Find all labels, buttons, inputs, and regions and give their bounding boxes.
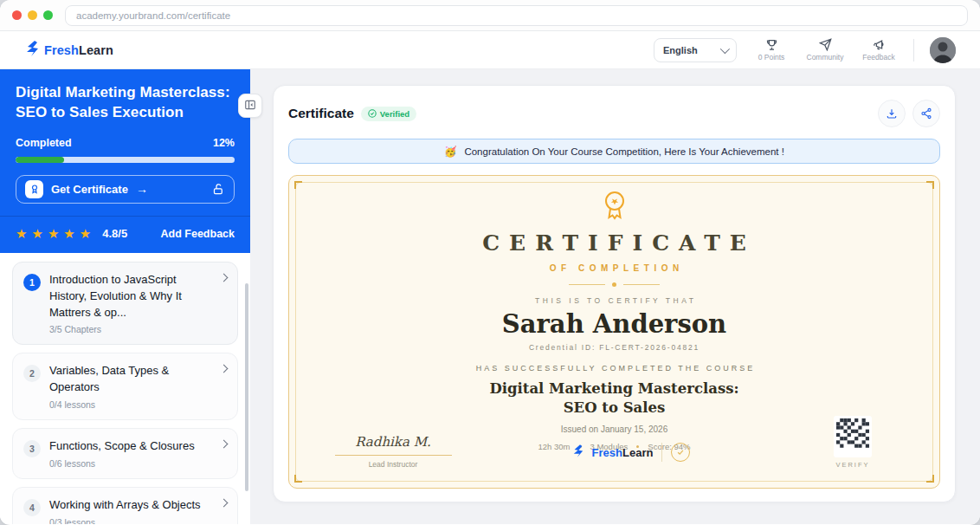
certificate-card-header: Certificate Verified	[288, 100, 940, 127]
signature-name: Radhika M.	[324, 434, 462, 450]
qr-code	[834, 416, 872, 457]
brand-name: FreshLearn	[44, 43, 113, 57]
certificate-card: Certificate Verified	[273, 85, 956, 502]
brand-bolt-icon	[26, 41, 39, 60]
credential-id: Credential ID: FL-CERT-2026-04821	[324, 343, 905, 352]
get-certificate-button[interactable]: Get Certificate →	[16, 175, 235, 204]
points-label: 0 Points	[758, 53, 785, 62]
points-button[interactable]: 0 Points	[752, 38, 790, 62]
rating-value: 4.8/5	[102, 227, 127, 240]
completed-course-line: HAS SUCCESSFULLY COMPLETED THE COURSE	[324, 364, 905, 373]
chevron-right-icon	[220, 498, 229, 507]
page-content: Digital Marketing Masterclass: SEO to Sa…	[0, 69, 980, 524]
main-panel: Certificate Verified	[250, 69, 980, 524]
chevron-right-icon	[220, 440, 229, 449]
close-window-icon[interactable]	[12, 10, 22, 20]
share-button[interactable]	[912, 100, 940, 127]
corner-ornament	[926, 475, 934, 483]
feedback-label: Feedback	[862, 53, 894, 62]
language-value: English	[663, 45, 698, 55]
certificate-subheading: OF COMPLETION	[324, 263, 905, 273]
module-meta: 3/5 Chapters	[49, 324, 211, 334]
certificate-heading: CERTIFICATE	[324, 230, 905, 256]
megaphone-icon	[873, 38, 886, 51]
recipient-name: Sarah Anderson	[324, 309, 905, 339]
browser-window: academy.yourbrand.com/certificate FreshL…	[0, 0, 980, 525]
qr-verify-block: VERIFY	[801, 416, 905, 469]
course-name: Digital Marketing Masterclass: SEO to Sa…	[324, 379, 905, 418]
module-title: Variables, Data Types & Operators	[49, 363, 211, 396]
module-number: 1	[23, 274, 41, 291]
header-divider	[913, 39, 914, 62]
maximize-window-icon[interactable]	[43, 10, 53, 20]
completed-percent: 12%	[213, 137, 235, 149]
certificate-badge-icon	[25, 180, 43, 198]
language-select[interactable]: English	[654, 38, 737, 62]
chevron-right-icon	[220, 273, 229, 282]
corner-ornament	[294, 181, 302, 189]
corner-ornament	[294, 475, 302, 483]
signature-role: Lead Instructor	[324, 460, 462, 469]
progress-bar	[16, 157, 235, 163]
feedback-button[interactable]: Feedback	[860, 38, 898, 62]
download-button[interactable]	[878, 100, 906, 127]
trophy-icon	[765, 38, 778, 51]
window-controls	[12, 10, 53, 20]
url-text: academy.yourbrand.com/certificate	[76, 10, 230, 21]
star-rating-icons: ★★★★★	[16, 226, 95, 242]
module-number: 4	[23, 499, 41, 516]
brand-bolt-icon	[573, 444, 583, 461]
module-meta: 0/4 lessons	[49, 399, 211, 410]
certificate-title: Certificate	[288, 106, 354, 121]
address-bar[interactable]: academy.yourbrand.com/certificate	[65, 5, 968, 26]
sidebar-course-panel: Digital Marketing Masterclass: SEO to Sa…	[0, 69, 250, 253]
course-title: Digital Marketing Masterclass: SEO to Sa…	[16, 83, 235, 123]
app-header: FreshLearn English 0 Points Community	[0, 31, 980, 69]
module-item-1[interactable]: 1 Introduction to JavaScript History, Ev…	[12, 262, 238, 346]
user-avatar[interactable]	[930, 37, 956, 63]
progress-labels: Completed 12%	[16, 137, 235, 149]
logo-divider	[661, 443, 662, 462]
signature-block: Radhika M. Lead Instructor	[324, 434, 462, 469]
sidebar-scrollbar[interactable]	[245, 283, 248, 491]
party-emoji: 🥳	[444, 146, 456, 158]
certificate-brand: FreshLearn	[462, 443, 801, 469]
sidebar-collapse-button[interactable]	[238, 94, 262, 118]
corner-ornament	[926, 181, 934, 189]
certificate-document: CERTIFICATE OF COMPLETION THIS IS TO CER…	[288, 175, 940, 489]
gold-divider	[324, 282, 905, 287]
send-icon	[819, 38, 832, 51]
congratulation-banner: 🥳 Congratulation On Your Course Competit…	[288, 139, 940, 164]
medal-icon	[324, 190, 905, 223]
certificate-footer: Radhika M. Lead Instructor FreshLearn	[324, 416, 905, 469]
arrow-right-icon: →	[136, 182, 148, 196]
rating-row: ★★★★★ 4.8/5 Add Feedback	[0, 217, 250, 253]
course-sidebar: Digital Marketing Masterclass: SEO to Sa…	[0, 69, 250, 524]
brand-logo[interactable]: FreshLearn	[26, 41, 113, 60]
add-feedback-link[interactable]: Add Feedback	[161, 228, 235, 240]
verify-caption: VERIFY	[801, 461, 905, 469]
community-button[interactable]: Community	[806, 38, 844, 62]
get-certificate-label: Get Certificate	[51, 183, 128, 196]
module-item-4[interactable]: 4 Working with Arrays & Objects 0/3 less…	[12, 487, 238, 524]
browser-chrome: academy.yourbrand.com/certificate	[0, 0, 980, 31]
gold-seal-check-icon	[671, 443, 690, 462]
brand-name: FreshLearn	[592, 446, 654, 459]
module-meta: 0/6 lessons	[49, 458, 195, 469]
certify-line: THIS IS TO CERTIFY THAT	[324, 296, 905, 305]
progress-bar-fill	[16, 157, 64, 163]
module-list: 1 Introduction to JavaScript History, Ev…	[0, 253, 250, 524]
module-title: Introduction to JavaScript History, Evol…	[49, 272, 211, 321]
community-label: Community	[807, 53, 844, 62]
module-item-3[interactable]: 3 Functions, Scope & Closures 0/6 lesson…	[12, 428, 238, 479]
verified-badge: Verified	[361, 107, 416, 121]
unlock-icon	[212, 183, 225, 196]
module-title: Working with Arrays & Objects	[49, 497, 201, 514]
minimize-window-icon[interactable]	[28, 10, 37, 20]
module-meta: 0/3 lessons	[49, 517, 201, 524]
module-item-2[interactable]: 2 Variables, Data Types & Operators 0/4 …	[12, 353, 238, 420]
panel-collapse-icon	[244, 99, 256, 113]
banner-text: Congratulation On Your Course Competitio…	[464, 146, 784, 157]
signature-line	[335, 455, 452, 456]
certificate-actions	[878, 100, 940, 127]
